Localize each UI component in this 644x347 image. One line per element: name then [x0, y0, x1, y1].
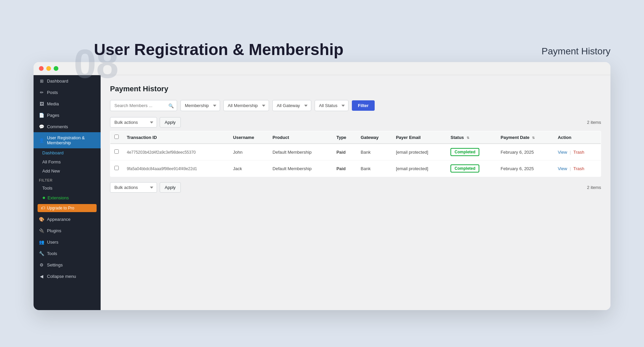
sidebar-label-settings: Settings	[47, 262, 63, 267]
row2-product: Default Membership	[269, 160, 332, 177]
bulk-actions-select-bottom[interactable]: Bulk actions	[110, 182, 157, 193]
media-icon: 🖼	[39, 101, 44, 106]
sidebar-label-pages: Pages	[47, 113, 59, 118]
bottom-bulk-bar: Bulk actions Apply 2 items	[110, 182, 601, 193]
row2-checkbox-cell	[110, 160, 123, 177]
row1-action: View | Trash	[554, 144, 601, 160]
sidebar-sub-all-forms[interactable]: All Forms	[34, 157, 101, 166]
row1-username: John	[229, 144, 269, 160]
sidebar-item-media[interactable]: 🖼 Media	[34, 98, 101, 109]
extensions-bullet: ●	[42, 195, 46, 201]
sidebar-extensions[interactable]: ● Extensions	[34, 193, 101, 203]
row2-type: Paid	[332, 160, 357, 177]
apply-button-bottom[interactable]: Apply	[160, 182, 181, 193]
row2-action: View | Trash	[554, 160, 601, 177]
th-type: Type	[332, 131, 357, 144]
table-row: 9fa5a04bbdc84aaa9f98ee914f49e22d1 Jack D…	[110, 160, 601, 177]
row1-view-link[interactable]: View	[558, 150, 567, 155]
search-icon-btn[interactable]: 🔍	[168, 103, 174, 108]
user-reg-icon: 👤	[39, 138, 44, 143]
row2-trash-link[interactable]: Trash	[573, 166, 584, 171]
th-action: Action	[554, 131, 601, 144]
traffic-light-green[interactable]	[54, 66, 58, 71]
sidebar-item-collapse[interactable]: ◀ Collapse menu	[34, 270, 101, 282]
filter-button[interactable]: Filter	[352, 100, 375, 111]
app-layout: ⊞ Dashboard ✏ Posts 🖼 Media 📄 Pages	[34, 75, 610, 310]
pages-icon: 📄	[39, 112, 44, 118]
main-content: Payment History 🔍 Membership All Members…	[101, 75, 610, 310]
sidebar-item-user-reg[interactable]: 👤 User Registration & Membership	[34, 132, 101, 148]
traffic-light-yellow[interactable]	[46, 66, 51, 71]
sidebar-label-dashboard: Dashboard	[47, 79, 68, 84]
row1-gateway: Bank	[357, 144, 392, 160]
all-membership-select[interactable]: All Membership	[223, 100, 269, 111]
th-status[interactable]: Status ⇅	[446, 131, 496, 144]
sidebar-item-posts[interactable]: ✏ Posts	[34, 87, 101, 98]
th-transaction-id: Transaction ID	[123, 131, 229, 144]
sidebar-label-comments: Comments	[47, 124, 68, 129]
sidebar-label-media: Media	[47, 101, 59, 106]
sidebar-item-appearance[interactable]: 🎨 Appearance	[34, 213, 101, 225]
items-count-top: 2 items	[587, 120, 601, 125]
sidebar-item-users[interactable]: 👥 Users	[34, 236, 101, 248]
all-gateway-select[interactable]: All Gateway	[272, 100, 311, 111]
sidebar-upgrade[interactable]: 🏷 Upgrade to Pro	[38, 204, 97, 212]
search-input[interactable]	[110, 100, 177, 111]
users-icon: 👥	[39, 239, 44, 245]
sidebar-label-tools: Tools	[47, 251, 57, 256]
sidebar-sub-add-new[interactable]: Add New	[34, 166, 101, 176]
row2-status-badge: Completed	[450, 164, 479, 172]
apply-button-top[interactable]: Apply	[160, 117, 181, 128]
dashboard-icon: ⊞	[39, 78, 44, 84]
row2-payment-date: February 6, 2025	[497, 160, 554, 177]
sidebar-section-settings: Filter	[34, 176, 101, 184]
header-row: 08 User Registration & Membership Paymen…	[13, 37, 631, 62]
row2-action-sep: |	[570, 166, 571, 171]
th-payment-date[interactable]: Payment Date ⇅	[497, 131, 554, 144]
select-all-checkbox[interactable]	[114, 135, 119, 139]
row2-payer-email: [email protected]	[392, 160, 446, 177]
status-sort-icon: ⇅	[467, 136, 469, 140]
sidebar-item-pages[interactable]: 📄 Pages	[34, 109, 101, 121]
row1-status: Completed	[446, 144, 496, 160]
th-gateway: Gateway	[357, 131, 392, 144]
all-status-select[interactable]: All Status	[315, 100, 348, 111]
row1-trash-link[interactable]: Trash	[573, 150, 584, 155]
date-sort-icon: ⇅	[532, 136, 535, 140]
page-wrapper: 08 User Registration & Membership Paymen…	[13, 37, 631, 310]
sidebar-item-comments[interactable]: 💬 Comments	[34, 121, 101, 132]
th-checkbox	[110, 131, 123, 144]
traffic-light-red[interactable]	[39, 66, 44, 71]
sidebar-item-settings[interactable]: ⚙ Settings	[34, 259, 101, 270]
sidebar-label-plugins: Plugins	[47, 228, 61, 233]
upgrade-icon: 🏷	[41, 206, 45, 210]
membership-type-select[interactable]: Membership	[180, 100, 220, 111]
settings-icon: ⚙	[39, 262, 44, 267]
filter-bar: 🔍 Membership All Membership All Gateway …	[110, 100, 601, 111]
posts-icon: ✏	[39, 90, 44, 95]
th-payer-email: Payer Email	[392, 131, 446, 144]
row1-checkbox[interactable]	[114, 149, 119, 154]
row1-payer-email: [email protected]	[392, 144, 446, 160]
page-title: User Registration & Membership	[94, 40, 343, 59]
row2-checkbox[interactable]	[114, 166, 119, 170]
sidebar-tools[interactable]: Tools	[34, 184, 101, 193]
search-wrap: 🔍	[110, 100, 177, 111]
appearance-icon: 🎨	[39, 216, 44, 222]
sidebar-sub-dashboard[interactable]: Dashboard	[34, 148, 101, 157]
sidebar-label-posts: Posts	[47, 90, 58, 95]
row1-transaction-id: 4e775203b42d4f2a9c3ef98deec55370	[123, 144, 229, 160]
row1-status-badge: Completed	[450, 148, 479, 156]
row1-type: Paid	[332, 144, 357, 160]
collapse-icon: ◀	[39, 274, 44, 279]
bulk-actions-select-top[interactable]: Bulk actions	[110, 117, 157, 128]
table-row: 4e775203b42d4f2a9c3ef98deec55370 John De…	[110, 144, 601, 160]
sidebar-item-plugins[interactable]: 🔌 Plugins	[34, 225, 101, 236]
comments-icon: 💬	[39, 124, 44, 129]
row2-view-link[interactable]: View	[558, 166, 567, 171]
page-subtitle: Payment History	[542, 46, 610, 57]
sidebar-item-tools[interactable]: 🔧 Tools	[34, 248, 101, 259]
payment-table: Transaction ID Username Product Type	[110, 131, 601, 177]
row2-username: Jack	[229, 160, 269, 177]
top-bulk-bar: Bulk actions Apply 2 items	[110, 117, 601, 128]
